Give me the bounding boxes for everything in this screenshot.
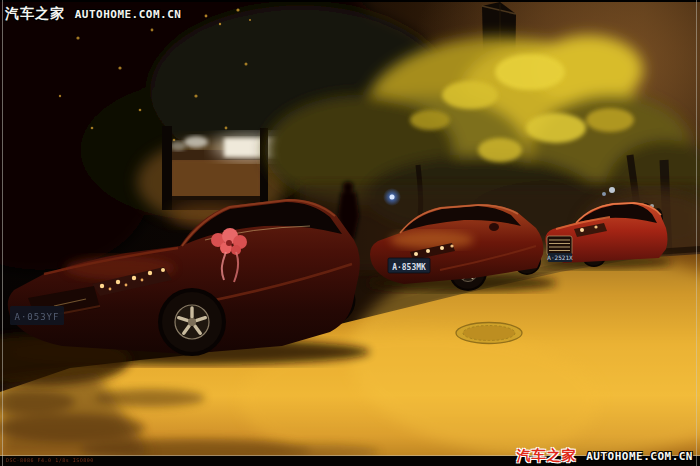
- scene-graphic: A·2521X A·853MK: [0, 0, 700, 466]
- watermark-bottom-right: 汽车之家 AUTOHOME.COM.CN: [517, 445, 693, 465]
- blue-light: [383, 188, 401, 206]
- top-frame-edge: [0, 0, 700, 2]
- license-plate-3-text: A·2521X: [547, 254, 573, 261]
- license-plate-2-text: A·853MK: [392, 263, 426, 272]
- watermark-top-left: 汽车之家 AUTOHOME.COM.CN: [5, 3, 181, 23]
- chrome-grille: [547, 236, 572, 255]
- right-frame-line: [696, 0, 697, 466]
- side-mirror: [489, 223, 499, 231]
- camera-info-text: DSC-8086 F4.0 1/8s ISO800: [6, 457, 94, 464]
- site-domain: AUTOHOME.COM.CN: [586, 450, 693, 463]
- left-frame-line: [2, 0, 3, 466]
- license-plate-1-text: A·053YF: [15, 312, 60, 322]
- manhole-cover: [456, 323, 522, 344]
- night-photo: A·2521X A·853MK: [0, 0, 700, 466]
- site-name-cn: 汽车之家: [517, 447, 577, 463]
- site-name-cn: 汽车之家: [5, 5, 65, 21]
- site-domain: AUTOHOME.COM.CN: [75, 8, 182, 21]
